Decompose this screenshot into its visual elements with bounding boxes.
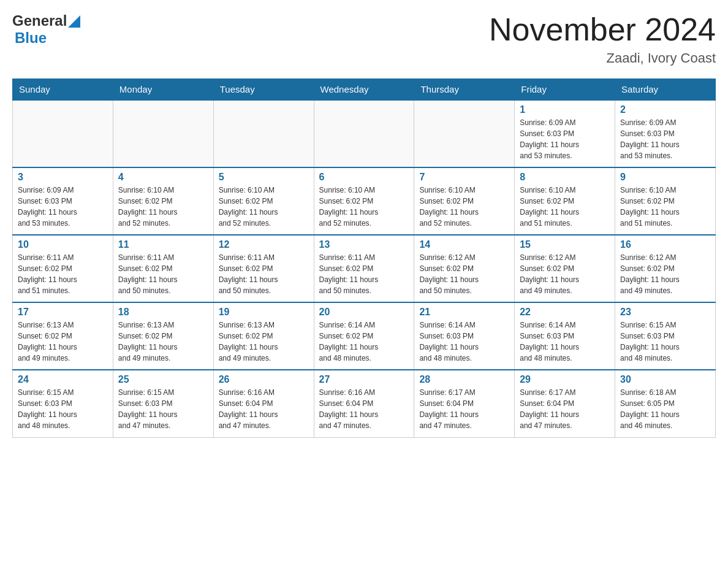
calendar-cell: 12Sunrise: 6:11 AM Sunset: 6:02 PM Dayli… bbox=[213, 235, 314, 302]
day-number: 15 bbox=[520, 239, 610, 250]
day-info: Sunrise: 6:15 AM Sunset: 6:03 PM Dayligh… bbox=[18, 387, 108, 431]
day-info: Sunrise: 6:10 AM Sunset: 6:02 PM Dayligh… bbox=[620, 185, 710, 229]
day-number: 13 bbox=[319, 239, 409, 250]
day-number: 16 bbox=[620, 239, 710, 250]
day-info: Sunrise: 6:12 AM Sunset: 6:02 PM Dayligh… bbox=[520, 252, 610, 296]
calendar-cell: 9Sunrise: 6:10 AM Sunset: 6:02 PM Daylig… bbox=[615, 167, 716, 235]
day-info: Sunrise: 6:10 AM Sunset: 6:02 PM Dayligh… bbox=[419, 185, 509, 229]
week-row-3: 10Sunrise: 6:11 AM Sunset: 6:02 PM Dayli… bbox=[13, 235, 716, 302]
calendar-cell: 18Sunrise: 6:13 AM Sunset: 6:02 PM Dayli… bbox=[113, 302, 213, 370]
logo-blue-text: Blue bbox=[15, 29, 47, 47]
day-info: Sunrise: 6:14 AM Sunset: 6:02 PM Dayligh… bbox=[319, 320, 409, 364]
calendar-table: SundayMondayTuesdayWednesdayThursdayFrid… bbox=[12, 79, 716, 438]
column-header-saturday: Saturday bbox=[615, 79, 716, 101]
day-number: 27 bbox=[319, 374, 409, 385]
calendar-cell: 8Sunrise: 6:10 AM Sunset: 6:02 PM Daylig… bbox=[515, 167, 615, 235]
calendar-cell: 10Sunrise: 6:11 AM Sunset: 6:02 PM Dayli… bbox=[13, 235, 113, 302]
calendar-cell: 29Sunrise: 6:17 AM Sunset: 6:04 PM Dayli… bbox=[515, 370, 615, 437]
calendar-cell: 14Sunrise: 6:12 AM Sunset: 6:02 PM Dayli… bbox=[414, 235, 515, 302]
column-header-friday: Friday bbox=[515, 79, 615, 101]
calendar-cell bbox=[213, 100, 314, 167]
month-title: November 2024 bbox=[489, 12, 716, 47]
calendar-cell: 4Sunrise: 6:10 AM Sunset: 6:02 PM Daylig… bbox=[113, 167, 213, 235]
day-number: 23 bbox=[620, 307, 710, 318]
calendar-cell: 25Sunrise: 6:15 AM Sunset: 6:03 PM Dayli… bbox=[113, 370, 213, 437]
day-number: 7 bbox=[419, 172, 509, 183]
day-info: Sunrise: 6:10 AM Sunset: 6:02 PM Dayligh… bbox=[219, 185, 309, 229]
day-info: Sunrise: 6:18 AM Sunset: 6:05 PM Dayligh… bbox=[620, 387, 710, 431]
calendar-cell bbox=[414, 100, 515, 167]
page-header: General Blue November 2024 Zaadi, Ivory … bbox=[12, 12, 716, 66]
calendar-cell bbox=[113, 100, 213, 167]
calendar-cell: 15Sunrise: 6:12 AM Sunset: 6:02 PM Dayli… bbox=[515, 235, 615, 302]
day-number: 9 bbox=[620, 172, 710, 183]
calendar-cell: 11Sunrise: 6:11 AM Sunset: 6:02 PM Dayli… bbox=[113, 235, 213, 302]
calendar-cell: 26Sunrise: 6:16 AM Sunset: 6:04 PM Dayli… bbox=[213, 370, 314, 437]
day-number: 18 bbox=[118, 307, 208, 318]
day-number: 11 bbox=[118, 239, 208, 250]
day-info: Sunrise: 6:11 AM Sunset: 6:02 PM Dayligh… bbox=[319, 252, 409, 296]
day-info: Sunrise: 6:15 AM Sunset: 6:03 PM Dayligh… bbox=[620, 320, 710, 364]
calendar-cell: 6Sunrise: 6:10 AM Sunset: 6:02 PM Daylig… bbox=[314, 167, 414, 235]
day-number: 22 bbox=[520, 307, 610, 318]
calendar-cell: 2Sunrise: 6:09 AM Sunset: 6:03 PM Daylig… bbox=[615, 100, 716, 167]
calendar-header-row: SundayMondayTuesdayWednesdayThursdayFrid… bbox=[13, 79, 716, 101]
day-number: 6 bbox=[319, 172, 409, 183]
day-number: 20 bbox=[319, 307, 409, 318]
day-number: 1 bbox=[520, 104, 610, 115]
location-label: Zaadi, Ivory Coast bbox=[489, 50, 716, 66]
day-number: 30 bbox=[620, 374, 710, 385]
day-info: Sunrise: 6:12 AM Sunset: 6:02 PM Dayligh… bbox=[419, 252, 509, 296]
day-number: 19 bbox=[219, 307, 309, 318]
day-number: 21 bbox=[419, 307, 509, 318]
calendar-cell: 22Sunrise: 6:14 AM Sunset: 6:03 PM Dayli… bbox=[515, 302, 615, 370]
week-row-4: 17Sunrise: 6:13 AM Sunset: 6:02 PM Dayli… bbox=[13, 302, 716, 370]
week-row-2: 3Sunrise: 6:09 AM Sunset: 6:03 PM Daylig… bbox=[13, 167, 716, 235]
day-info: Sunrise: 6:12 AM Sunset: 6:02 PM Dayligh… bbox=[620, 252, 710, 296]
calendar-cell: 3Sunrise: 6:09 AM Sunset: 6:03 PM Daylig… bbox=[13, 167, 113, 235]
day-info: Sunrise: 6:10 AM Sunset: 6:02 PM Dayligh… bbox=[319, 185, 409, 229]
day-number: 2 bbox=[620, 104, 710, 115]
day-info: Sunrise: 6:14 AM Sunset: 6:03 PM Dayligh… bbox=[419, 320, 509, 364]
day-info: Sunrise: 6:09 AM Sunset: 6:03 PM Dayligh… bbox=[18, 185, 108, 229]
column-header-monday: Monday bbox=[113, 79, 213, 101]
day-info: Sunrise: 6:16 AM Sunset: 6:04 PM Dayligh… bbox=[219, 387, 309, 431]
day-number: 25 bbox=[118, 374, 208, 385]
week-row-5: 24Sunrise: 6:15 AM Sunset: 6:03 PM Dayli… bbox=[13, 370, 716, 437]
logo-general-text: General bbox=[12, 12, 67, 29]
calendar-cell: 23Sunrise: 6:15 AM Sunset: 6:03 PM Dayli… bbox=[615, 302, 716, 370]
day-number: 10 bbox=[18, 239, 108, 250]
day-number: 29 bbox=[520, 374, 610, 385]
day-number: 26 bbox=[219, 374, 309, 385]
day-number: 24 bbox=[18, 374, 108, 385]
day-info: Sunrise: 6:09 AM Sunset: 6:03 PM Dayligh… bbox=[620, 117, 710, 161]
day-info: Sunrise: 6:17 AM Sunset: 6:04 PM Dayligh… bbox=[520, 387, 610, 431]
day-info: Sunrise: 6:15 AM Sunset: 6:03 PM Dayligh… bbox=[118, 387, 208, 431]
day-number: 4 bbox=[118, 172, 208, 183]
day-info: Sunrise: 6:17 AM Sunset: 6:04 PM Dayligh… bbox=[419, 387, 509, 431]
calendar-cell bbox=[13, 100, 113, 167]
day-info: Sunrise: 6:14 AM Sunset: 6:03 PM Dayligh… bbox=[520, 320, 610, 364]
calendar-cell bbox=[314, 100, 414, 167]
calendar-cell: 30Sunrise: 6:18 AM Sunset: 6:05 PM Dayli… bbox=[615, 370, 716, 437]
week-row-1: 1Sunrise: 6:09 AM Sunset: 6:03 PM Daylig… bbox=[13, 100, 716, 167]
day-number: 28 bbox=[419, 374, 509, 385]
calendar-cell: 20Sunrise: 6:14 AM Sunset: 6:02 PM Dayli… bbox=[314, 302, 414, 370]
calendar-cell: 7Sunrise: 6:10 AM Sunset: 6:02 PM Daylig… bbox=[414, 167, 515, 235]
calendar-cell: 17Sunrise: 6:13 AM Sunset: 6:02 PM Dayli… bbox=[13, 302, 113, 370]
day-number: 14 bbox=[419, 239, 509, 250]
column-header-sunday: Sunday bbox=[13, 79, 113, 101]
calendar-cell: 13Sunrise: 6:11 AM Sunset: 6:02 PM Dayli… bbox=[314, 235, 414, 302]
day-info: Sunrise: 6:11 AM Sunset: 6:02 PM Dayligh… bbox=[118, 252, 208, 296]
logo-triangle-icon bbox=[68, 15, 80, 28]
day-info: Sunrise: 6:16 AM Sunset: 6:04 PM Dayligh… bbox=[319, 387, 409, 431]
calendar-cell: 21Sunrise: 6:14 AM Sunset: 6:03 PM Dayli… bbox=[414, 302, 515, 370]
column-header-thursday: Thursday bbox=[414, 79, 515, 101]
column-header-wednesday: Wednesday bbox=[314, 79, 414, 101]
day-number: 17 bbox=[18, 307, 108, 318]
calendar-cell: 5Sunrise: 6:10 AM Sunset: 6:02 PM Daylig… bbox=[213, 167, 314, 235]
calendar-title-block: November 2024 Zaadi, Ivory Coast bbox=[489, 12, 716, 66]
day-info: Sunrise: 6:11 AM Sunset: 6:02 PM Dayligh… bbox=[18, 252, 108, 296]
day-info: Sunrise: 6:10 AM Sunset: 6:02 PM Dayligh… bbox=[520, 185, 610, 229]
svg-marker-0 bbox=[68, 15, 80, 28]
